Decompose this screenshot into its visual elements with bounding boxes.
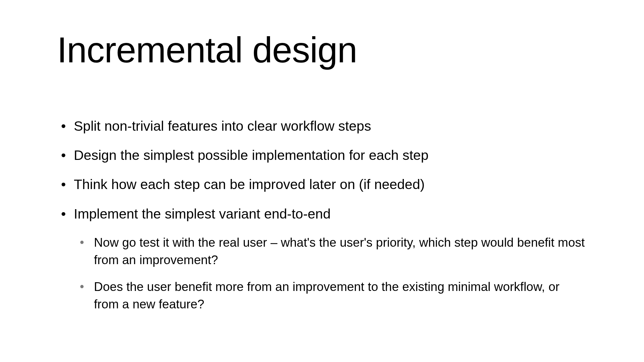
bullet-text: Split non-trivial features into clear wo… bbox=[74, 118, 371, 134]
bullet-text: Think how each step can be improved late… bbox=[74, 177, 425, 192]
sub-bullet-list: Now go test it with the real user – what… bbox=[74, 234, 587, 313]
slide-title: Incremental design bbox=[57, 30, 587, 70]
list-item: Implement the simplest variant end-to-en… bbox=[57, 205, 587, 313]
sub-bullet-text: Now go test it with the real user – what… bbox=[94, 236, 585, 267]
sub-bullet-text: Does the user benefit more from an impro… bbox=[94, 280, 559, 311]
list-item: Split non-trivial features into clear wo… bbox=[57, 117, 587, 135]
slide: Incremental design Split non-trivial fea… bbox=[0, 0, 644, 362]
list-item: Think how each step can be improved late… bbox=[57, 175, 587, 194]
list-item: Does the user benefit more from an impro… bbox=[74, 278, 587, 313]
bullet-text: Design the simplest possible implementat… bbox=[74, 147, 428, 163]
list-item: Now go test it with the real user – what… bbox=[74, 234, 587, 269]
list-item: Design the simplest possible implementat… bbox=[57, 146, 587, 165]
bullet-list: Split non-trivial features into clear wo… bbox=[57, 117, 587, 313]
bullet-text: Implement the simplest variant end-to-en… bbox=[74, 206, 331, 222]
